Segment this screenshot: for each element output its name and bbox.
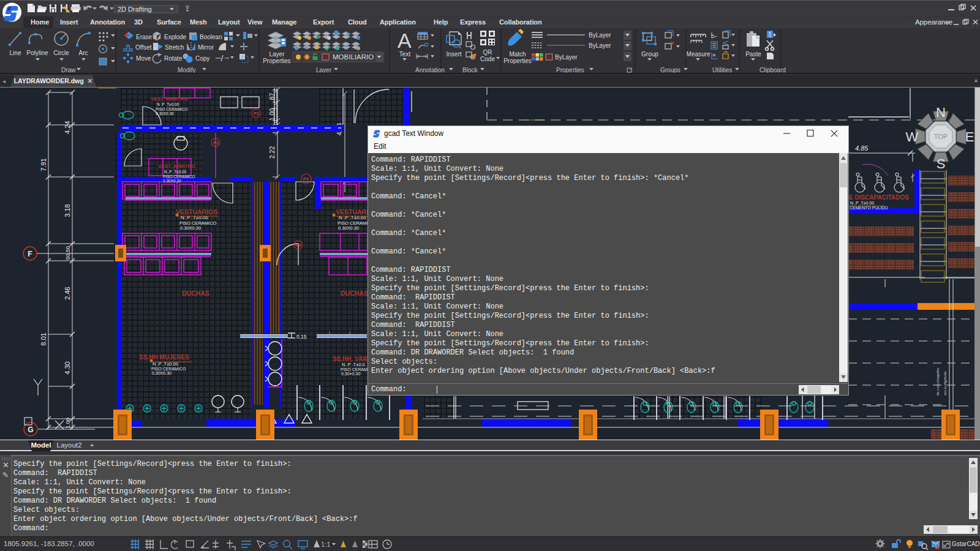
svg-text:Arc: Arc	[79, 50, 88, 56]
svg-text:PISO CERAMI: PISO CERAMI	[341, 367, 369, 372]
svg-text:G: G	[28, 425, 33, 434]
svg-text:Modify: Modify	[178, 67, 195, 73]
svg-text:Code: Code	[480, 56, 495, 62]
svg-text:Copy: Copy	[195, 55, 209, 62]
svg-text:4.24: 4.24	[64, 121, 71, 133]
svg-text:0.30X0.30: 0.30X0.30	[152, 371, 172, 375]
svg-text:N .P .T±0.00: N .P .T±0.00	[157, 102, 179, 107]
svg-text:Explode: Explode	[164, 34, 187, 40]
svg-text:3.18: 3.18	[64, 204, 71, 217]
svg-text:ByLayer: ByLayer	[555, 54, 578, 61]
svg-text:Stretch: Stretch	[165, 44, 184, 51]
svg-text:N .P .T±0.00: N .P .T±0.00	[339, 215, 366, 220]
svg-text:0.30X0.30: 0.30X0.30	[156, 111, 174, 116]
svg-text:0.30X0.30: 0.30X0.30	[180, 225, 201, 231]
svg-text:S: S	[937, 156, 946, 171]
svg-text:ByLayer: ByLayer	[589, 42, 611, 49]
svg-text:Block: Block	[462, 67, 478, 73]
svg-text:Utilities: Utilities	[712, 67, 732, 73]
svg-text:0.30×0.30: 0.30×0.30	[341, 372, 360, 376]
svg-text:P4: P4	[296, 243, 301, 247]
svg-text:Layer: Layer	[269, 51, 285, 58]
svg-text:SS.HH MUJERES: SS.HH MUJERES	[139, 354, 189, 361]
svg-text:Insert: Insert	[446, 51, 461, 58]
svg-text:Properties: Properties	[263, 58, 291, 64]
svg-text:Annotation: Annotation	[415, 67, 445, 73]
svg-text:Match: Match	[509, 51, 526, 58]
svg-text:1:1: 1:1	[321, 541, 330, 548]
svg-text:Line: Line	[10, 50, 21, 56]
svg-text:MOBILIARIO: MOBILIARIO	[333, 53, 374, 61]
svg-text:P3: P3	[254, 111, 259, 116]
svg-text:QR: QR	[483, 49, 492, 56]
svg-text:Draw: Draw	[61, 67, 76, 73]
svg-text:4.85: 4.85	[855, 144, 869, 152]
svg-text:0.15: 0.15	[296, 334, 307, 340]
svg-text:ds.v.xzczrwgstbs: ds.v.xzczrwgstbs	[936, 368, 940, 395]
svg-text:VEST. ARBITRO: VEST. ARBITRO	[158, 163, 195, 169]
svg-text:4.30: 4.30	[64, 361, 71, 374]
svg-text:8.01: 8.01	[40, 332, 47, 345]
svg-text:N .P .T±0.00: N .P .T±0.00	[850, 201, 874, 205]
svg-text:CEMENTO PULIDO: CEMENTO PULIDO	[850, 206, 888, 210]
svg-text:zxv.xvzfgzbvfw: zxv.xvzfgzbvfw	[943, 371, 947, 395]
svg-text:Offset: Offset	[135, 44, 152, 51]
svg-text:Properties: Properties	[556, 67, 584, 73]
svg-text:Clipboard: Clipboard	[760, 67, 786, 73]
svg-text:P3: P3	[213, 141, 219, 145]
svg-text:Layer: Layer	[316, 67, 332, 73]
svg-text:Rotate: Rotate	[164, 55, 183, 62]
svg-text:2.46: 2.46	[64, 287, 71, 299]
svg-text:VEST. ARBITRO: VEST. ARBITRO	[151, 96, 188, 102]
svg-text:0.30X0.30: 0.30X0.30	[163, 179, 181, 183]
svg-text:N .P .T±0.0: N .P .T±0.0	[342, 362, 365, 367]
svg-text:50,50: 50,50	[65, 246, 71, 260]
svg-text:TOP: TOP	[934, 133, 948, 140]
svg-text:ByLayer: ByLayer	[589, 32, 611, 39]
svg-text:Group: Group	[641, 51, 658, 58]
svg-text:Boolean: Boolean	[200, 34, 222, 40]
svg-text:N .P .T±0.00: N .P .T±0.00	[181, 215, 208, 220]
svg-text:F: F	[28, 250, 32, 258]
svg-text:PISO CERAMICO: PISO CERAMICO	[163, 174, 195, 179]
svg-text:PISO CERAMICO: PISO CERAMICO	[151, 367, 186, 371]
svg-text:A: A	[398, 29, 412, 52]
svg-text:2D Drafting: 2D Drafting	[118, 6, 152, 13]
svg-text:Groups: Groups	[660, 67, 680, 73]
svg-text:N .P .T±0.00: N .P .T±0.00	[164, 170, 187, 174]
svg-text:7.91: 7.91	[40, 158, 47, 171]
svg-text:E: E	[965, 129, 974, 144]
svg-text:Move: Move	[136, 55, 151, 62]
svg-text:Mirror: Mirror	[198, 44, 214, 51]
svg-text:Properties: Properties	[503, 58, 532, 64]
svg-text:W: W	[906, 129, 919, 144]
svg-text:Polyline: Polyline	[26, 50, 48, 56]
svg-text:2.22: 2.22	[268, 146, 276, 159]
svg-text:DUCHAS: DUCHAS	[182, 290, 209, 297]
svg-text:E DISCAPACITADOS: E DISCAPACITADOS	[849, 194, 909, 201]
svg-text:N: N	[936, 105, 946, 120]
svg-text:P4: P4	[303, 177, 309, 181]
svg-text:1.00: 1.00	[65, 418, 71, 429]
svg-text:Circle: Circle	[53, 50, 69, 56]
svg-text:PISO CERAMICO: PISO CERAMICO	[156, 107, 187, 111]
svg-text:Measure: Measure	[687, 51, 710, 58]
svg-text:Text: Text	[399, 51, 411, 58]
svg-text:Paste: Paste	[745, 51, 761, 58]
svg-text:DUCHAS: DUCHAS	[341, 290, 368, 297]
svg-text:0.30X0.30: 0.30X0.30	[338, 225, 359, 231]
svg-text:Erase: Erase	[136, 34, 153, 40]
